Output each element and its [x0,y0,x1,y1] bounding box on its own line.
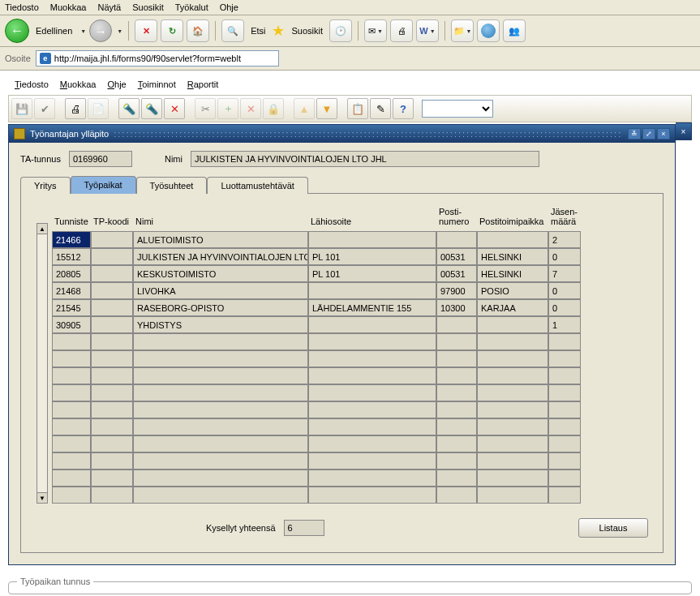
table-row-empty[interactable] [52,435,581,452]
cell-jasenmaara[interactable]: 0 [548,248,581,265]
tab-yritys[interactable]: Yritys [20,177,71,194]
tb-form[interactable]: 📋 [347,98,368,119]
cell-empty[interactable] [436,435,477,452]
messenger-button[interactable]: 👥 [503,19,526,42]
cell-empty[interactable] [133,470,308,487]
cell-nimi[interactable]: RASEBORG-OPISTO [133,299,308,316]
cell-empty[interactable] [91,401,133,418]
cell-tunniste[interactable]: 30905 [52,316,91,333]
cell-empty[interactable] [52,418,91,435]
cell-empty[interactable] [436,401,477,418]
tb-query[interactable]: 🔦 [118,98,140,119]
cell-empty[interactable] [133,350,308,367]
menu-ohje[interactable]: Ohje [220,2,238,12]
cell-empty[interactable] [436,367,477,384]
cell-empty[interactable] [477,418,548,435]
tb-edit[interactable]: ✎ [370,98,391,119]
app-menu-tiedosto[interactable]: Tiedosto [15,79,49,89]
cell-empty[interactable] [548,487,581,504]
cell-nimi[interactable]: KESKUSTOIMISTO [133,265,308,282]
cell-tpkoodi[interactable] [91,231,133,248]
cell-empty[interactable] [308,333,436,350]
cell-empty[interactable] [477,435,548,452]
cell-empty[interactable] [91,435,133,452]
cell-empty[interactable] [133,333,308,350]
tb-up[interactable]: ▲ [294,98,315,119]
cell-postitoimipaikka[interactable]: KARJAA [477,299,548,316]
table-row[interactable]: 21466ALUETOIMISTO2 [52,231,581,248]
forward-button[interactable]: → [89,19,112,42]
favorites-icon[interactable]: ★ [272,22,285,40]
cell-lahiosoite[interactable] [308,231,436,248]
cell-nimi[interactable]: YHDISTYS [133,316,308,333]
edit-button[interactable]: W▼ [416,19,439,42]
table-row[interactable]: 30905YHDISTYS1 [52,316,581,333]
app-menu-raportit[interactable]: Raportit [187,79,219,89]
tb-cut[interactable]: ✂ [195,98,216,119]
cell-empty[interactable] [308,367,436,384]
cell-empty[interactable] [436,418,477,435]
cell-tpkoodi[interactable] [91,299,133,316]
cell-empty[interactable] [91,367,133,384]
cell-tpkoodi[interactable] [91,316,133,333]
ta-tunnus-input[interactable] [69,151,132,167]
outer-close-button[interactable]: × [681,127,686,136]
cell-empty[interactable] [133,487,308,504]
tb-query-exec[interactable]: 🔦 [141,98,162,119]
cell-postinumero[interactable]: 97900 [436,282,477,299]
cell-empty[interactable] [548,401,581,418]
cell-jasenmaara[interactable]: 2 [548,231,581,248]
cell-empty[interactable] [308,384,436,401]
cell-tpkoodi[interactable] [91,282,133,299]
cell-tpkoodi[interactable] [91,265,133,282]
cell-empty[interactable] [52,333,91,350]
cell-empty[interactable] [133,418,308,435]
search-button[interactable]: 🔍 [221,19,244,42]
tb-down[interactable]: ▼ [316,98,337,119]
back-button[interactable]: ← [5,19,29,43]
mail-button[interactable]: ✉▼ [364,19,387,42]
cell-empty[interactable] [52,401,91,418]
cell-empty[interactable] [477,401,548,418]
cell-postinumero[interactable]: 00531 [436,265,477,282]
tb-save[interactable]: 💾 [11,98,32,119]
table-row-empty[interactable] [52,350,581,367]
table-row[interactable]: 21545RASEBORG-OPISTOLÄHDELAMMENTIE 15510… [52,299,581,316]
nimi-input[interactable] [191,151,539,167]
cell-jasenmaara[interactable]: 0 [548,299,581,316]
tab-tyopaikat[interactable]: Työpaikat [71,176,136,194]
cell-empty[interactable] [477,350,548,367]
table-row[interactable]: 20805KESKUSTOIMISTOPL 10100531HELSINKI7 [52,265,581,282]
cell-empty[interactable] [308,487,436,504]
tb-query-cancel[interactable]: ✕ [164,98,185,119]
cell-lahiosoite[interactable]: PL 101 [308,248,436,265]
app-menu-muokkaa[interactable]: Muokkaa [60,79,97,89]
table-row-empty[interactable] [52,418,581,435]
cell-postitoimipaikka[interactable] [477,316,548,333]
cell-tunniste[interactable]: 15512 [52,248,91,265]
cell-postinumero[interactable] [436,316,477,333]
cell-empty[interactable] [548,470,581,487]
table-row-empty[interactable] [52,333,581,350]
scroll-track[interactable] [37,234,48,492]
menu-muokkaa[interactable]: Muokkaa [50,2,87,12]
tb-add[interactable]: ＋ [217,98,238,119]
table-row-empty[interactable] [52,487,581,504]
window-min-button[interactable]: ≚ [628,128,641,139]
cell-empty[interactable] [52,470,91,487]
cell-postinumero[interactable]: 00531 [436,248,477,265]
window-title-bar[interactable]: Työnantajan ylläpito :::::::::::::::::::… [9,125,675,143]
cell-nimi[interactable]: JULKISTEN JA HYVINVOINTIALOJEN LTO JH [133,248,308,265]
stop-button[interactable]: ✕ [135,19,157,42]
table-row-empty[interactable] [52,452,581,470]
cell-empty[interactable] [548,435,581,452]
cell-empty[interactable] [133,435,308,452]
cell-empty[interactable] [308,418,436,435]
table-row-empty[interactable] [52,401,581,418]
cell-empty[interactable] [308,350,436,367]
folder-button[interactable]: 📁▼ [451,19,474,42]
cell-lahiosoite[interactable] [308,316,436,333]
table-row-empty[interactable] [52,384,581,401]
tb-lock[interactable]: 🔒 [263,98,284,119]
app-menu-toiminnot[interactable]: Toiminnot [138,79,176,89]
